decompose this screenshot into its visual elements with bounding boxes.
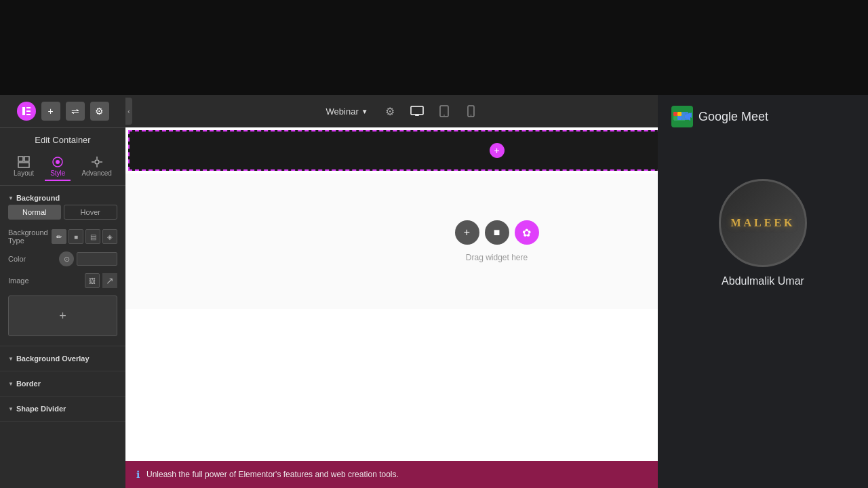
settings-btn[interactable]: ⚙ [90, 102, 109, 121]
mobile-btn[interactable] [460, 100, 482, 122]
svg-point-20 [471, 115, 472, 116]
state-hover-btn[interactable]: Hover [64, 205, 118, 220]
image-upload-area[interactable]: + [8, 296, 117, 336]
svg-rect-30 [682, 112, 688, 120]
desktop-btn[interactable] [406, 100, 428, 122]
widget-add-btn[interactable]: + [455, 220, 479, 245]
google-meet-header: Google Meet [658, 95, 868, 138]
top-black-bar [0, 0, 868, 95]
border-title[interactable]: Border [8, 377, 117, 390]
tab-advanced[interactable]: Advanced [76, 153, 117, 181]
bg-type-none[interactable]: ✏ [52, 229, 66, 244]
add-element-btn[interactable]: + [41, 102, 60, 121]
svg-rect-5 [24, 157, 29, 161]
section-shape-divider: Shape Divider [0, 396, 125, 422]
dark-container-add-btn[interactable]: + [490, 143, 505, 158]
svg-rect-6 [18, 163, 29, 167]
color-picker-btn[interactable]: ⊙ [59, 251, 74, 266]
svg-rect-28 [673, 116, 677, 120]
section-border: Border [0, 371, 125, 396]
avatar-img: MALEEK [719, 179, 807, 267]
widget-template-btn[interactable]: ■ [485, 220, 509, 245]
elementor-logo-btn[interactable] [17, 102, 36, 121]
svg-rect-0 [22, 107, 25, 115]
bg-type-color[interactable]: ■ [68, 229, 83, 244]
panel-collapse-handle[interactable]: ‹ [125, 98, 132, 125]
panel-tabs: Layout Style Advanced [0, 149, 125, 186]
image-row: Image 🖼 ↗ [8, 270, 117, 291]
svg-rect-4 [18, 157, 23, 161]
editor-wrapper: + ⇌ ⚙ ‹ Edit Container Layout Style Adva… [0, 95, 868, 488]
panel-header: + ⇌ ⚙ ‹ [0, 95, 125, 128]
bg-type-image[interactable]: ▤ [85, 229, 100, 244]
history-btn[interactable]: ⇌ [66, 102, 85, 121]
svg-rect-29 [677, 116, 682, 120]
tab-style[interactable]: Style [45, 153, 71, 181]
section-background: Background Normal Hover Background Type … [0, 186, 125, 346]
google-meet-icon [671, 106, 693, 127]
image-controls: 🖼 ↗ [85, 273, 117, 288]
bg-type-gradient[interactable]: ◈ [102, 229, 117, 244]
widget-placeholder: + ■ ✿ Drag widget here [455, 220, 539, 262]
shape-divider-title[interactable]: Shape Divider [8, 402, 117, 415]
color-preview[interactable] [77, 252, 117, 266]
widget-actions: + ■ ✿ [455, 220, 539, 245]
settings-icon-btn[interactable]: ⚙ [379, 100, 401, 122]
svg-point-9 [95, 160, 99, 164]
svg-rect-1 [26, 107, 31, 108]
section-bg-overlay: Background Overlay [0, 346, 125, 371]
widget-ai-btn[interactable]: ✿ [515, 220, 539, 245]
color-controls: ⊙ [59, 251, 117, 266]
svg-rect-27 [677, 112, 682, 116]
svg-rect-14 [411, 106, 423, 115]
background-section-title[interactable]: Background [8, 191, 117, 205]
svg-point-18 [443, 115, 445, 116]
svg-rect-3 [26, 114, 31, 115]
user-name: Abdulmalik Umar [722, 275, 804, 287]
bg-overlay-title[interactable]: Background Overlay [8, 352, 117, 365]
google-meet-overlay: Google Meet MALEEK Abdulmalik Umar [658, 95, 868, 488]
state-normal-btn[interactable]: Normal [8, 205, 61, 220]
dropdown-arrow-icon: ▼ [361, 108, 368, 115]
google-meet-title: Google Meet [698, 110, 768, 124]
image-select-btn[interactable]: 🖼 [85, 273, 100, 288]
left-panel: + ⇌ ⚙ ‹ Edit Container Layout Style Adva… [0, 95, 125, 488]
bg-type-buttons: ✏ ■ ▤ ◈ [52, 229, 117, 244]
panel-title: Edit Container [0, 128, 125, 149]
avatar-container: MALEEK Abdulmalik Umar [719, 179, 807, 287]
tab-layout[interactable]: Layout [8, 153, 39, 181]
svg-rect-2 [26, 110, 31, 112]
notification-icon: ℹ [136, 469, 140, 480]
bg-type-row: Background Type ✏ ■ ▤ ◈ [8, 225, 117, 248]
maleek-text: MALEEK [730, 217, 795, 229]
image-link-btn[interactable]: ↗ [102, 273, 117, 288]
drag-widget-text: Drag widget here [466, 253, 528, 262]
toolbar-center: Webinar ▼ ⚙ [134, 100, 669, 122]
state-tabs: Normal Hover [8, 205, 117, 220]
image-add-icon: + [59, 309, 66, 323]
color-row: Color ⊙ [8, 248, 117, 270]
svg-rect-26 [673, 112, 677, 116]
site-name-dropdown[interactable]: Webinar ▼ [321, 104, 374, 119]
tablet-btn[interactable] [433, 100, 455, 122]
svg-point-8 [56, 160, 60, 164]
